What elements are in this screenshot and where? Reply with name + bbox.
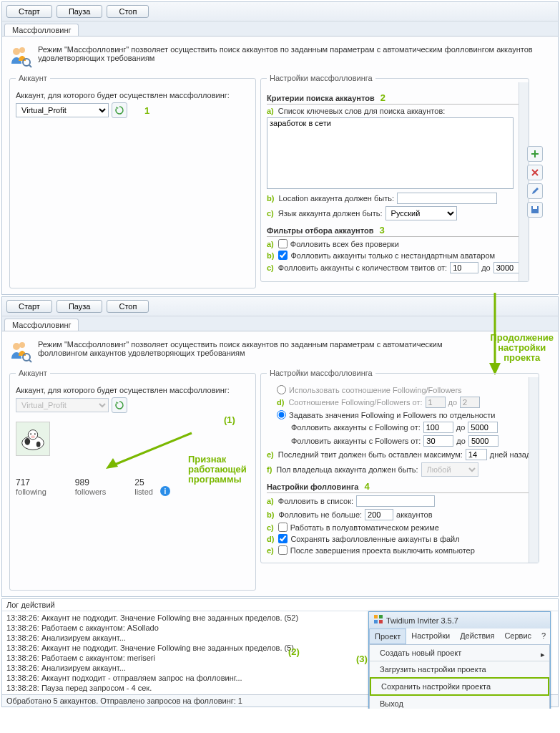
followers-from-input[interactable] xyxy=(423,435,453,447)
account-legend-2: Аккаунт xyxy=(16,369,50,377)
lang-label: Язык аккаунта должен быть: xyxy=(278,209,383,218)
refresh-icon[interactable] xyxy=(112,102,127,118)
follow-max-unit: аккаунтов xyxy=(396,510,432,519)
annotation-paren3: (3) xyxy=(356,654,368,664)
menu-save-settings[interactable]: Сохранить настройки проекта xyxy=(370,677,549,696)
svg-point-19 xyxy=(34,433,36,435)
start-button[interactable]: Старт xyxy=(6,5,52,18)
annotation-paren2: (2) xyxy=(288,647,300,657)
menu-exit[interactable]: Выход xyxy=(370,696,549,709)
follow-list-input[interactable] xyxy=(356,495,435,507)
ratio-opt-label: Использовать соотношение Following/Follo… xyxy=(289,386,462,394)
follow-max-input[interactable] xyxy=(365,509,393,520)
menu-load-settings[interactable]: Загрузить настройки проекта xyxy=(370,661,549,677)
separate-radio[interactable] xyxy=(277,410,286,419)
svg-rect-7 xyxy=(533,206,537,209)
custom-avatar-checkbox[interactable] xyxy=(278,251,288,260)
arrow-running xyxy=(102,429,195,472)
follow-settings-header: Настройки фолловинга xyxy=(267,482,358,491)
menu-help[interactable]: ? xyxy=(536,628,551,644)
toolbar: Старт Пауза Стоп xyxy=(2,2,558,21)
account-fieldset: Аккаунт Аккаунт, для которого будет осущ… xyxy=(9,74,256,288)
menu-actions[interactable]: Действия xyxy=(455,628,499,644)
followers-label: followers xyxy=(75,487,106,496)
add-icon[interactable] xyxy=(527,146,543,162)
annotation-1: 1 xyxy=(144,105,149,116)
start-button-2[interactable]: Старт xyxy=(6,300,52,313)
semiauto-checkbox[interactable] xyxy=(278,523,288,532)
location-input[interactable] xyxy=(397,193,497,204)
tabstrip: Массфолловинг xyxy=(2,21,558,37)
save-icon[interactable] xyxy=(527,202,543,218)
account-prompt-2: Аккаунт, для которого будет осуществлен … xyxy=(16,386,250,394)
svg-point-1 xyxy=(19,47,25,53)
tab-massfollowing[interactable]: Массфолловинг xyxy=(4,24,79,36)
popup-window: Twidium Inviter 3.5.7 Проект Настройки Д… xyxy=(368,611,551,709)
svg-rect-22 xyxy=(374,615,378,618)
followers-to-input[interactable] xyxy=(468,435,498,447)
menu-bar: Проект Настройки Действия Сервис ? xyxy=(369,628,550,645)
svg-point-15 xyxy=(25,438,31,445)
svg-point-0 xyxy=(13,48,20,55)
following-from-input[interactable] xyxy=(423,422,453,433)
account-select-2: Virtual_Profit xyxy=(16,398,109,412)
svg-rect-25 xyxy=(379,620,383,623)
last-tweet-input[interactable] xyxy=(466,449,487,460)
settings-legend-2: Настройки массфолловинга xyxy=(267,369,375,377)
location-label: Location аккаунта должен быть: xyxy=(278,194,394,203)
menu-settings[interactable]: Настройки xyxy=(406,628,455,644)
gender-label: Пол владельца аккаунта должен быть: xyxy=(276,465,418,474)
lang-select[interactable]: Русский xyxy=(385,206,457,220)
follow-all-checkbox[interactable] xyxy=(278,239,288,248)
ratio-radio[interactable] xyxy=(277,385,286,394)
intro: Режим "Массфолловинг" позволяет осуществ… xyxy=(9,45,551,68)
svg-point-16 xyxy=(36,442,41,447)
app-icon xyxy=(373,614,383,626)
filters-header: Фильтры отбора аккаунтов xyxy=(267,226,373,235)
annotation-running: Признак работающей программы xyxy=(188,455,247,485)
menu-service[interactable]: Сервис xyxy=(499,628,536,644)
to-label: до xyxy=(481,263,491,272)
following-to-input[interactable] xyxy=(468,422,498,433)
annotation-continuation: Продолжение настройки проекта xyxy=(490,333,554,363)
ratio-from-input xyxy=(426,397,446,408)
delete-icon[interactable] xyxy=(527,165,543,180)
listed-label: listed xyxy=(134,487,153,496)
tab-massfollowing-2[interactable]: Массфолловинг xyxy=(4,319,79,331)
refresh-icon-2[interactable] xyxy=(112,397,127,413)
panel-top: Старт Пауза Стоп Массфолловинг Режим "Ма… xyxy=(1,1,559,295)
tabstrip-2: Массфолловинг xyxy=(2,316,558,331)
svg-point-18 xyxy=(30,433,31,435)
custom-avatar-label: Фолловить аккаунты только с нестандартны… xyxy=(290,251,495,260)
shutdown-checkbox[interactable] xyxy=(278,545,288,555)
followers-count: 989 xyxy=(75,477,106,487)
log-body: 13:38:26: Аккаунт не подходит. Значение … xyxy=(2,611,558,694)
tweets-to-input[interactable] xyxy=(493,262,522,273)
popup-title: Twidium Inviter 3.5.7 xyxy=(386,616,458,626)
svg-point-9 xyxy=(13,343,20,350)
stop-button-2[interactable]: Стоп xyxy=(107,300,149,313)
edit-icon[interactable] xyxy=(527,183,543,199)
pause-button-2[interactable]: Пауза xyxy=(57,300,103,313)
menu-dropdown: Создать новый проект▸ Загрузить настройк… xyxy=(369,644,550,709)
savefile-checkbox[interactable] xyxy=(278,534,288,543)
intro-2: Режим "Массфолловинг" позволяет осуществ… xyxy=(9,340,551,363)
svg-rect-5 xyxy=(534,150,536,157)
tweets-count-label: Фолловить аккаунты с количеством твитов … xyxy=(278,263,447,272)
svg-line-12 xyxy=(29,360,31,362)
ratio-to-input xyxy=(460,397,480,408)
stop-button[interactable]: Стоп xyxy=(107,5,149,18)
pause-button[interactable]: Пауза xyxy=(57,5,103,18)
tweets-from-input[interactable] xyxy=(450,262,478,273)
svg-rect-23 xyxy=(379,615,383,618)
menu-project[interactable]: Проект xyxy=(369,628,406,644)
keywords-label: Список ключевых слов для поиска аккаунто… xyxy=(278,107,446,115)
follow-all-label: Фолловить всех без проверки xyxy=(290,240,399,248)
account-select[interactable]: Virtual_Profit xyxy=(16,103,109,117)
keywords-input[interactable]: заработок в сети xyxy=(267,117,514,189)
info-icon[interactable]: i xyxy=(160,486,170,496)
last-tweet-label: Последний твит должен быть оставлен макс… xyxy=(278,450,463,459)
scrollbar-2[interactable] xyxy=(529,377,539,563)
separate-opt-label: Задавать значения Following и Followers … xyxy=(289,411,496,419)
menu-new-project[interactable]: Создать новый проект▸ xyxy=(370,645,549,661)
